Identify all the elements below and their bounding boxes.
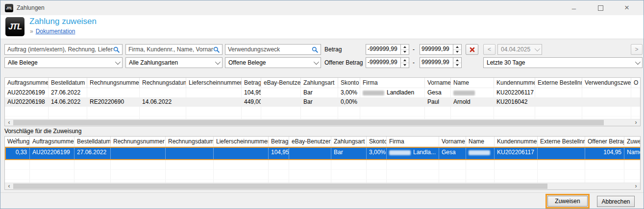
column-header[interactable]: Auftragsnummer	[5, 78, 49, 88]
column-header[interactable]: Lieferscheinnummer	[186, 78, 242, 88]
documentation-link[interactable]: Dokumentation	[36, 28, 75, 35]
cell: Landla...	[387, 148, 439, 159]
open-amount-to-spinner[interactable]: 999999,99	[420, 57, 462, 68]
minimize-button[interactable]: –	[570, 4, 577, 11]
cell: Gesa	[439, 148, 466, 159]
cell	[166, 160, 214, 169]
chevron-down-icon	[215, 59, 221, 65]
payment-type-value: Alle Zahlungsarten	[129, 59, 213, 66]
horizontal-scrollbar[interactable]: ‹›	[5, 119, 640, 126]
column-header[interactable]: Name	[451, 78, 494, 88]
column-header[interactable]: Betrag	[269, 137, 289, 146]
assign-button[interactable]: Zuweisen	[547, 196, 588, 207]
column-header[interactable]: Rechnungsdatum	[166, 137, 214, 146]
cell	[242, 107, 261, 116]
cell: 104,95	[269, 148, 289, 159]
column-header[interactable]: Rechnungsnummer	[111, 137, 166, 146]
column-header[interactable]: eBay-Benutzer	[261, 78, 301, 88]
column-header[interactable]: Auftragsnummer	[30, 137, 74, 146]
column-header[interactable]: O	[631, 78, 641, 88]
column-header[interactable]: Firma	[360, 78, 425, 88]
cell	[111, 160, 166, 169]
footer-divider	[0, 192, 644, 193]
column-header[interactable]: Externe Bestellnr.	[535, 78, 582, 88]
amount-to-spinner[interactable]: 999999,99	[420, 44, 462, 55]
search-document-input[interactable]: Auftrag (intern/extern), Rechnung, Liefe…	[4, 44, 123, 55]
spinner-buttons[interactable]	[453, 45, 461, 54]
scroll-left-icon[interactable]: ‹	[5, 119, 13, 126]
cell	[289, 148, 331, 159]
scrollbar-thumb[interactable]	[13, 120, 604, 125]
table-row[interactable]: AU20220619814.06.2022RE2022069014.06.202…	[5, 97, 640, 107]
column-header[interactable]: Wertung	[5, 137, 30, 146]
amount-from-spinner[interactable]: -999999,99	[366, 44, 409, 55]
cell	[166, 148, 214, 159]
cell	[582, 107, 631, 116]
spin-up-icon	[456, 46, 459, 48]
spinner-buttons[interactable]	[400, 58, 409, 68]
cell	[360, 97, 425, 107]
maximize-button[interactable]	[597, 4, 604, 11]
cell	[74, 160, 111, 169]
spinner-buttons[interactable]	[453, 58, 461, 68]
cell	[30, 170, 74, 179]
payment-type-select[interactable]: Alle Zahlungsarten	[125, 57, 223, 68]
cell	[5, 170, 30, 179]
cell: Arnold	[451, 97, 494, 107]
scroll-right-icon[interactable]: ›	[632, 119, 640, 126]
column-header[interactable]: Kundennummer	[495, 137, 538, 146]
cell	[624, 170, 640, 179]
column-header[interactable]: Bestelldatum	[74, 137, 111, 146]
column-header[interactable]: Firma	[387, 137, 439, 146]
scroll-left-icon[interactable]: ‹	[5, 183, 13, 189]
table-row[interactable]: AU20220619927.06.2022104,95Bar3,00%Landl…	[5, 88, 640, 97]
date-value: 04.04.2025	[501, 46, 533, 53]
spinner-buttons[interactable]	[400, 45, 409, 54]
table-row[interactable]: 0,33AU20220619927.06.2022104,95Bar3,00%L…	[5, 147, 640, 160]
clear-amount-filter-button[interactable]	[466, 44, 478, 55]
column-header[interactable]: Offener Betrag	[585, 137, 624, 146]
search-customer-input[interactable]: Firma, Kundennr., Name, Vorname	[125, 44, 223, 55]
close-button[interactable]: ×	[623, 4, 630, 11]
search-purpose-input[interactable]: Verwendungszweck	[225, 44, 321, 55]
column-header[interactable]: Zuweis	[624, 137, 641, 146]
column-header[interactable]: Lieferscheinnummer	[214, 137, 269, 146]
column-header[interactable]: Vorname	[439, 137, 466, 146]
cell	[214, 160, 269, 169]
scrollbar-thumb[interactable]	[13, 184, 547, 189]
cell	[466, 148, 495, 159]
column-header[interactable]: Name	[466, 137, 495, 146]
column-header[interactable]: Skonto	[338, 78, 360, 88]
scroll-right-icon[interactable]: ›	[632, 183, 640, 189]
column-header[interactable]: Kundennummer	[494, 78, 535, 88]
cancel-button[interactable]: Abbrechen	[597, 196, 635, 207]
column-header[interactable]: Zahlungsart	[301, 78, 338, 88]
cell: 27.06.2022	[74, 148, 111, 159]
open-documents-select[interactable]: Offene Belege	[225, 57, 321, 68]
column-header[interactable]: Externe Bestellnr.	[538, 137, 585, 146]
column-header[interactable]: Vorname	[425, 78, 451, 88]
column-header[interactable]: Betrag	[242, 78, 261, 88]
column-header[interactable]: Bestelldatum	[49, 78, 87, 88]
cell	[289, 170, 331, 179]
column-header[interactable]: Rechnungsdatum	[140, 78, 186, 88]
column-header[interactable]: Rechnungsnummer	[87, 78, 140, 88]
cell	[631, 97, 640, 107]
column-header[interactable]: Zahlungsart	[331, 137, 367, 146]
cell: KU202206117	[494, 88, 535, 97]
open-amount-label: Offener Betrag	[324, 57, 363, 68]
document-type-select[interactable]: Alle Belege	[4, 57, 123, 68]
date-prev-button[interactable]: <	[483, 44, 495, 55]
cell	[439, 170, 466, 179]
date-range-select[interactable]: Letzte 30 Tage	[483, 57, 643, 68]
column-header[interactable]: Skonto	[367, 137, 387, 146]
column-header[interactable]: Verwendungszweck	[582, 78, 631, 88]
column-header[interactable]: eBay-Benutzer	[289, 137, 331, 146]
cell	[261, 107, 301, 116]
horizontal-scrollbar[interactable]: ‹›	[5, 183, 640, 189]
cell	[301, 107, 338, 116]
open-amount-from-spinner[interactable]: -999999,99	[366, 57, 409, 68]
date-next-button[interactable]: >	[631, 44, 643, 55]
date-select[interactable]: 04.04.2025	[497, 44, 542, 55]
empty-row	[5, 160, 640, 170]
